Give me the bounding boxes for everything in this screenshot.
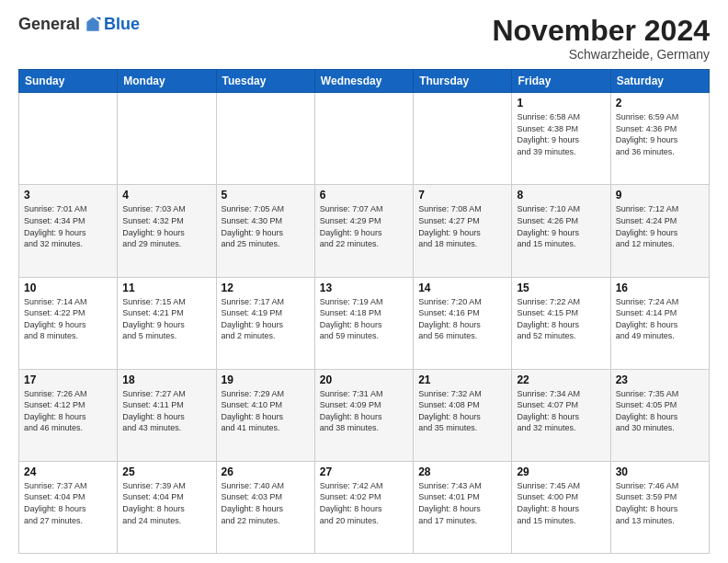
day-info: Sunrise: 6:58 AM Sunset: 4:38 PM Dayligh… — [517, 111, 605, 157]
table-row: 26Sunrise: 7:40 AM Sunset: 4:03 PM Dayli… — [216, 461, 314, 553]
table-row: 4Sunrise: 7:03 AM Sunset: 4:32 PM Daylig… — [118, 185, 216, 277]
day-info: Sunrise: 7:40 AM Sunset: 4:03 PM Dayligh… — [222, 480, 310, 526]
day-info: Sunrise: 7:07 AM Sunset: 4:29 PM Dayligh… — [320, 203, 408, 249]
day-number: 10 — [24, 282, 112, 294]
table-row: 6Sunrise: 7:07 AM Sunset: 4:29 PM Daylig… — [314, 185, 413, 277]
table-row: 9Sunrise: 7:12 AM Sunset: 4:24 PM Daylig… — [610, 185, 709, 277]
day-info: Sunrise: 7:17 AM Sunset: 4:19 PM Dayligh… — [222, 296, 310, 342]
title-area: November 2024 Schwarzheide, Germany — [492, 15, 710, 62]
day-info: Sunrise: 7:08 AM Sunset: 4:27 PM Dayligh… — [418, 203, 506, 249]
day-info: Sunrise: 7:46 AM Sunset: 3:59 PM Dayligh… — [616, 480, 704, 526]
table-row: 17Sunrise: 7:26 AM Sunset: 4:12 PM Dayli… — [19, 369, 118, 461]
day-info: Sunrise: 7:15 AM Sunset: 4:21 PM Dayligh… — [122, 296, 210, 342]
day-number: 22 — [517, 373, 605, 386]
col-thursday: Thursday — [414, 70, 512, 93]
table-row: 23Sunrise: 7:35 AM Sunset: 4:05 PM Dayli… — [610, 369, 709, 461]
table-row: 30Sunrise: 7:46 AM Sunset: 3:59 PM Dayli… — [610, 461, 709, 553]
table-row: 13Sunrise: 7:19 AM Sunset: 4:18 PM Dayli… — [314, 277, 413, 369]
day-info: Sunrise: 7:43 AM Sunset: 4:01 PM Dayligh… — [418, 480, 506, 526]
calendar-week-1: 3Sunrise: 7:01 AM Sunset: 4:34 PM Daylig… — [19, 185, 710, 277]
day-number: 17 — [24, 373, 112, 386]
day-info: Sunrise: 7:10 AM Sunset: 4:26 PM Dayligh… — [517, 203, 605, 249]
day-number: 7 — [418, 189, 506, 201]
day-info: Sunrise: 7:29 AM Sunset: 4:10 PM Dayligh… — [222, 388, 310, 434]
day-number: 15 — [517, 282, 605, 294]
day-number: 14 — [418, 282, 506, 294]
day-number: 1 — [517, 97, 605, 109]
day-number: 5 — [222, 189, 310, 201]
day-info: Sunrise: 7:42 AM Sunset: 4:02 PM Dayligh… — [320, 480, 408, 526]
day-info: Sunrise: 7:39 AM Sunset: 4:04 PM Dayligh… — [122, 480, 210, 526]
day-number: 23 — [616, 373, 704, 386]
table-row: 15Sunrise: 7:22 AM Sunset: 4:15 PM Dayli… — [512, 277, 610, 369]
day-number: 4 — [122, 189, 210, 201]
table-row: 19Sunrise: 7:29 AM Sunset: 4:10 PM Dayli… — [216, 369, 314, 461]
day-number: 20 — [320, 373, 408, 386]
day-info: Sunrise: 7:27 AM Sunset: 4:11 PM Dayligh… — [122, 388, 210, 434]
day-info: Sunrise: 7:45 AM Sunset: 4:00 PM Dayligh… — [517, 480, 605, 526]
table-row — [118, 93, 216, 185]
day-info: Sunrise: 7:34 AM Sunset: 4:07 PM Dayligh… — [517, 388, 605, 434]
col-monday: Monday — [118, 70, 216, 93]
day-number: 11 — [122, 282, 210, 294]
calendar-header-row: Sunday Monday Tuesday Wednesday Thursday… — [19, 70, 710, 93]
day-number: 18 — [122, 373, 210, 386]
day-info: Sunrise: 6:59 AM Sunset: 4:36 PM Dayligh… — [616, 111, 704, 157]
table-row: 24Sunrise: 7:37 AM Sunset: 4:04 PM Dayli… — [19, 461, 118, 553]
table-row: 14Sunrise: 7:20 AM Sunset: 4:16 PM Dayli… — [414, 277, 512, 369]
day-info: Sunrise: 7:20 AM Sunset: 4:16 PM Dayligh… — [418, 296, 506, 342]
day-number: 12 — [222, 282, 310, 294]
table-row: 3Sunrise: 7:01 AM Sunset: 4:34 PM Daylig… — [19, 185, 118, 277]
day-info: Sunrise: 7:22 AM Sunset: 4:15 PM Dayligh… — [517, 296, 605, 342]
table-row: 1Sunrise: 6:58 AM Sunset: 4:38 PM Daylig… — [512, 93, 610, 185]
day-number: 8 — [517, 189, 605, 201]
logo-general: General — [18, 15, 80, 34]
day-info: Sunrise: 7:01 AM Sunset: 4:34 PM Dayligh… — [24, 203, 112, 249]
day-number: 28 — [418, 465, 506, 478]
col-friday: Friday — [512, 70, 610, 93]
page: General Blue November 2024 Schwarzheide,… — [0, 0, 728, 563]
day-number: 29 — [517, 465, 605, 478]
col-wednesday: Wednesday — [314, 70, 413, 93]
col-tuesday: Tuesday — [216, 70, 314, 93]
table-row — [216, 93, 314, 185]
day-info: Sunrise: 7:35 AM Sunset: 4:05 PM Dayligh… — [616, 388, 704, 434]
day-number: 2 — [616, 97, 704, 109]
table-row: 16Sunrise: 7:24 AM Sunset: 4:14 PM Dayli… — [610, 277, 709, 369]
day-info: Sunrise: 7:14 AM Sunset: 4:22 PM Dayligh… — [24, 296, 112, 342]
table-row: 2Sunrise: 6:59 AM Sunset: 4:36 PM Daylig… — [610, 93, 709, 185]
table-row: 25Sunrise: 7:39 AM Sunset: 4:04 PM Dayli… — [118, 461, 216, 553]
day-number: 21 — [418, 373, 506, 386]
table-row — [19, 93, 118, 185]
calendar-week-2: 10Sunrise: 7:14 AM Sunset: 4:22 PM Dayli… — [19, 277, 710, 369]
day-info: Sunrise: 7:03 AM Sunset: 4:32 PM Dayligh… — [122, 203, 210, 249]
logo: General Blue — [18, 15, 140, 34]
header: General Blue November 2024 Schwarzheide,… — [18, 15, 710, 62]
day-info: Sunrise: 7:19 AM Sunset: 4:18 PM Dayligh… — [320, 296, 408, 342]
table-row: 29Sunrise: 7:45 AM Sunset: 4:00 PM Dayli… — [512, 461, 610, 553]
table-row: 7Sunrise: 7:08 AM Sunset: 4:27 PM Daylig… — [414, 185, 512, 277]
calendar-week-4: 24Sunrise: 7:37 AM Sunset: 4:04 PM Dayli… — [19, 461, 710, 553]
table-row: 22Sunrise: 7:34 AM Sunset: 4:07 PM Dayli… — [512, 369, 610, 461]
table-row: 18Sunrise: 7:27 AM Sunset: 4:11 PM Dayli… — [118, 369, 216, 461]
table-row: 5Sunrise: 7:05 AM Sunset: 4:30 PM Daylig… — [216, 185, 314, 277]
day-number: 19 — [222, 373, 310, 386]
table-row: 10Sunrise: 7:14 AM Sunset: 4:22 PM Dayli… — [19, 277, 118, 369]
table-row — [314, 93, 413, 185]
logo-icon — [84, 16, 102, 34]
day-info: Sunrise: 7:05 AM Sunset: 4:30 PM Dayligh… — [222, 203, 310, 249]
day-info: Sunrise: 7:12 AM Sunset: 4:24 PM Dayligh… — [616, 203, 704, 249]
day-number: 26 — [222, 465, 310, 478]
col-saturday: Saturday — [610, 70, 709, 93]
logo-blue: Blue — [104, 15, 140, 34]
calendar: Sunday Monday Tuesday Wednesday Thursday… — [18, 69, 710, 554]
table-row: 11Sunrise: 7:15 AM Sunset: 4:21 PM Dayli… — [118, 277, 216, 369]
table-row: 21Sunrise: 7:32 AM Sunset: 4:08 PM Dayli… — [414, 369, 512, 461]
calendar-week-0: 1Sunrise: 6:58 AM Sunset: 4:38 PM Daylig… — [19, 93, 710, 185]
day-number: 3 — [24, 189, 112, 201]
calendar-week-3: 17Sunrise: 7:26 AM Sunset: 4:12 PM Dayli… — [19, 369, 710, 461]
table-row: 28Sunrise: 7:43 AM Sunset: 4:01 PM Dayli… — [414, 461, 512, 553]
day-info: Sunrise: 7:26 AM Sunset: 4:12 PM Dayligh… — [24, 388, 112, 434]
day-number: 16 — [616, 282, 704, 294]
subtitle: Schwarzheide, Germany — [492, 47, 710, 62]
